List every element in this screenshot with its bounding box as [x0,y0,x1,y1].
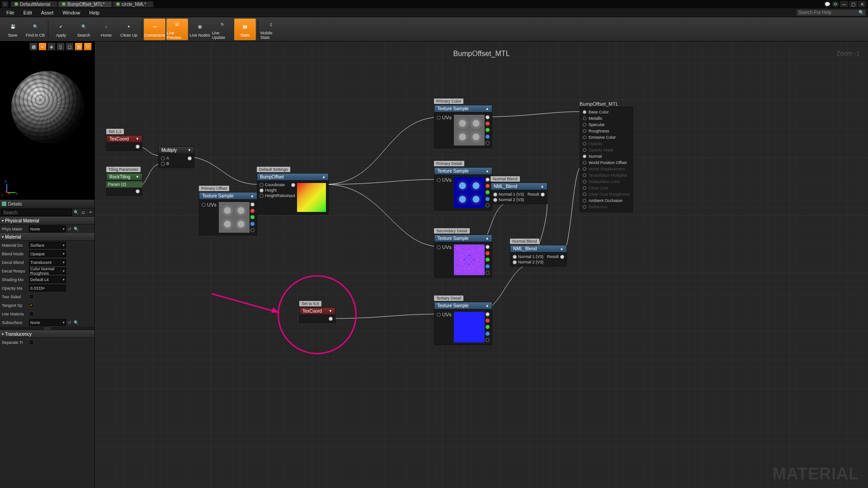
toolbar-live-nodes-button[interactable]: ▦Live Nodes [189,19,211,40]
input-pin-coord[interactable] [259,183,264,187]
node-texture-sample-offset[interactable]: Primary Offset Texture Sample▲ UVs [199,185,257,235]
output-pin-row[interactable]: Roughness [583,128,630,134]
output-pin-b[interactable] [486,332,490,336]
output-pin-r[interactable] [486,184,490,188]
property-combo[interactable]: Opaque [29,250,66,257]
output-pin-g[interactable] [250,215,255,219]
input-pin[interactable] [583,148,586,152]
property-combo[interactable]: None [29,225,66,232]
output-pin-row[interactable]: Opacity Mask [583,147,630,153]
input-pin-height[interactable] [259,188,264,192]
property-text[interactable]: 0.3333 [29,285,66,291]
details-panel[interactable]: Physical MaterialPhys MaterNone↺🔍Materia… [0,217,94,488]
toolbar-live-preview-button[interactable]: ☑Live Preview [166,19,188,40]
input-pin[interactable] [583,199,586,202]
preview-grid-button[interactable]: ▦ [75,42,83,51]
material-output-node[interactable]: BumpOffset_MTL Base ColorMetallicSpecula… [580,101,633,212]
browse-icon[interactable]: 🔍 [73,320,79,325]
output-pin-row[interactable]: Clear Coat Roughness [583,191,630,197]
output-pin-rgb[interactable] [250,202,255,206]
reset-icon[interactable]: ↺ [67,226,72,232]
tab-circle-nml[interactable]: circle_NML* [113,1,153,7]
browse-icon[interactable]: 🔍 [73,226,79,232]
preview-cube-button[interactable]: ◻ [66,42,74,51]
preview-sphere-button[interactable]: ● [38,42,47,51]
maximize-button[interactable]: ▢ [849,1,857,7]
output-pin-r[interactable] [486,319,490,323]
property-checkbox[interactable] [29,311,34,316]
input-pin-b[interactable] [161,162,165,166]
section-header[interactable]: Physical Material [0,217,94,225]
input-pin-uvs[interactable] [437,178,441,182]
input-pin-n2[interactable] [493,198,497,202]
menu-edit[interactable]: Edit [19,10,37,15]
node-nml-blend-2[interactable]: Normal Blend NML_Blend▲ Normal 1 (V3)Res… [510,238,567,267]
node-header[interactable]: TexCoord▼ [106,135,142,143]
update-icon[interactable]: ⟳ [832,1,839,7]
input-pin-a[interactable] [161,156,165,160]
search-icon[interactable]: 🔍 [73,209,79,216]
output-pin[interactable] [329,317,333,321]
section-header[interactable]: Translucency [0,330,94,338]
input-pin[interactable] [583,167,586,171]
output-pin-row[interactable]: Tessellation Multiplier [583,172,630,178]
node-header[interactable]: Texture Sample▲ [434,235,492,242]
node-header[interactable]: NML_Blend▲ [510,245,567,253]
minimize-button[interactable]: — [840,1,848,7]
node-texture-sample-secondary-detail[interactable]: Secondary Detail Texture Sample▲ UVs [434,228,492,278]
output-pin-g[interactable] [486,190,490,194]
preview-shape-button[interactable]: ▦ [29,42,38,51]
input-pin[interactable] [583,186,586,190]
toolbar-search-button[interactable]: 🔍Search [73,19,94,40]
input-pin-n1[interactable] [493,192,497,197]
menu-window[interactable]: Window [58,10,85,15]
reset-icon[interactable]: ↺ [67,320,72,325]
input-pin[interactable] [583,155,586,158]
property-combo[interactable]: Color Normal Roughnes [29,267,66,274]
input-pin[interactable] [583,123,586,127]
expand-icon[interactable] [0,327,94,330]
input-pin-n2[interactable] [513,260,517,264]
node-header[interactable]: Texture Sample▲ [434,167,492,175]
node-nml-blend-1[interactable]: Normal Blend NML_Blend▲ Normal 1 (V3)Res… [491,176,547,204]
property-combo[interactable]: Surface [29,242,66,249]
toolbar-home-button[interactable]: ⌂Home [95,19,117,40]
toolbar-clean-up-button[interactable]: ✦Clean Up [118,19,140,40]
filter-icon[interactable]: ▤ [80,209,86,216]
input-pin[interactable] [583,174,586,177]
feedback-icon[interactable]: 💬 [824,1,831,7]
input-pin-heightratio[interactable] [259,194,264,198]
node-header[interactable]: Multiply▼ [158,146,194,154]
input-pin[interactable] [583,136,586,139]
toolbar-save-button[interactable]: 💾Save [2,19,24,40]
details-panel-header[interactable]: Details [0,200,94,208]
toolbar-find-in-cb-button[interactable]: 🔍Find in CB [24,19,46,40]
preview-viewport[interactable]: ▦ ● ◈ ▯ ◻ ▦ ⟳ Z Y X [0,42,94,200]
output-pin-r[interactable] [486,251,490,255]
output-pin[interactable] [291,183,295,187]
section-header[interactable]: Material [0,233,94,241]
output-pin[interactable] [541,192,545,197]
toolbar-connectors-button[interactable]: ⊶Connectors [144,19,165,40]
output-pin[interactable] [560,255,564,259]
output-pin-b[interactable] [486,264,490,268]
preview-realtime-button[interactable]: ⟳ [84,42,92,51]
input-pin-n1[interactable] [513,255,517,259]
node-header[interactable]: BumpOffset▲ [257,173,329,181]
output-pin-b[interactable] [486,197,490,201]
output-pin-rgb[interactable] [486,178,490,182]
input-pin[interactable] [583,180,586,183]
output-pin-row[interactable]: Refraction [583,204,630,210]
node-texture-sample-tertiary-detail[interactable]: Tertiary Detail Texture Sample▲ UVs [434,295,492,345]
toolbar-mobile-stats-button[interactable]: ▯Mobile Stats [260,19,282,40]
node-texture-sample-primary-color[interactable]: Primary Color Texture Sample▲ UVs [434,98,492,148]
output-pin-row[interactable]: Emissive Color [583,134,630,141]
output-pin[interactable] [188,156,192,160]
output-pin-r[interactable] [486,122,490,126]
property-combo[interactable]: Default Lit [29,276,66,283]
input-pin[interactable] [583,205,586,209]
node-header[interactable]: RockTiling▼ [106,173,142,181]
node-multiply[interactable]: Multiply▼ A B [158,146,194,168]
preview-plane-button[interactable]: ◈ [47,42,56,51]
output-pin-rgb[interactable] [486,245,490,249]
